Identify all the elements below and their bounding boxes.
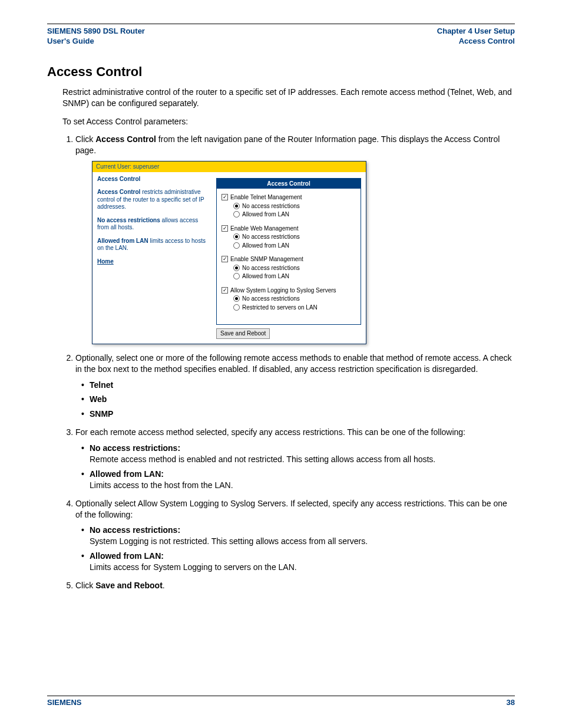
- save-and-reboot-button[interactable]: Save and Reboot: [216, 328, 270, 339]
- enable-web-checkbox[interactable]: ✓: [222, 225, 228, 232]
- telnet-allowed-lan-radio[interactable]: [233, 211, 240, 218]
- header-product: SIEMENS 5890 DSL Router: [47, 27, 145, 37]
- enable-telnet-checkbox[interactable]: ✓: [222, 194, 228, 200]
- footer-page-number: 38: [507, 698, 515, 707]
- intro-paragraph-1: Restrict administrative control of the r…: [62, 87, 515, 109]
- snmp-no-restrictions-radio[interactable]: [233, 265, 240, 271]
- shot-left-title: Access Control: [97, 176, 207, 183]
- syslog-no-restrictions-radio[interactable]: [233, 295, 240, 302]
- web-no-restrictions-radio[interactable]: [233, 233, 240, 240]
- step-5: Click Save and Reboot.: [75, 580, 515, 591]
- enable-snmp-checkbox[interactable]: ✓: [222, 256, 228, 262]
- snmp-allowed-lan-radio[interactable]: [233, 273, 240, 279]
- current-user-bar: Current User: superuser: [92, 162, 366, 172]
- panel-header: Access Control: [217, 179, 361, 189]
- allow-syslog-checkbox[interactable]: ✓: [222, 287, 228, 294]
- access-control-screenshot: Current User: superuser Access Control A…: [92, 161, 366, 344]
- bullet-web: Web: [90, 394, 107, 404]
- header-guide: User's Guide: [47, 37, 145, 47]
- step-3: For each remote access method selected, …: [75, 427, 515, 490]
- section-title: Access Control: [47, 64, 515, 80]
- header-chapter: Chapter 4 User Setup: [437, 27, 515, 37]
- step-2: Optionally, select one or more of the fo…: [75, 353, 515, 420]
- footer-brand: SIEMENS: [47, 698, 82, 707]
- syslog-restricted-lan-radio[interactable]: [233, 304, 240, 311]
- home-link[interactable]: Home: [97, 258, 114, 265]
- step-1: Click Access Control from the left navig…: [75, 134, 515, 344]
- intro-paragraph-2: To set Access Control parameters:: [62, 116, 515, 127]
- telnet-no-restrictions-radio[interactable]: [233, 203, 240, 209]
- header-section: Access Control: [437, 37, 515, 47]
- bullet-telnet: Telnet: [90, 380, 113, 390]
- page-header: SIEMENS 5890 DSL Router User's Guide Cha…: [47, 27, 515, 47]
- bullet-snmp: SNMP: [90, 409, 113, 419]
- step-4: Optionally select Allow System Logging t…: [75, 498, 515, 573]
- web-allowed-lan-radio[interactable]: [233, 242, 240, 249]
